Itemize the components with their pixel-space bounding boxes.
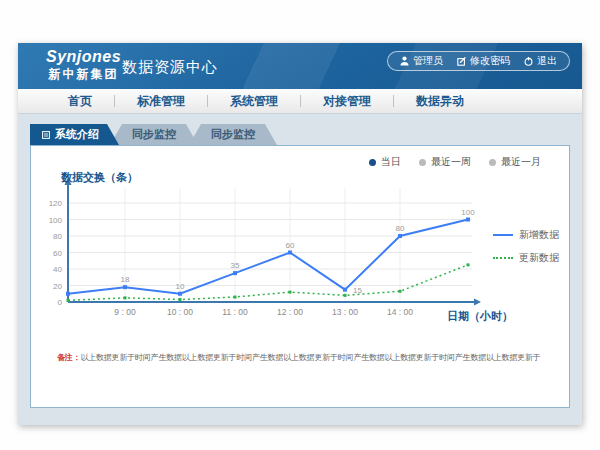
filter-label: 最近一月 bbox=[501, 155, 541, 169]
logo: Synjones 新中新集团 bbox=[46, 48, 121, 83]
user-toolbar: 管理员 修改密码 退出 bbox=[387, 51, 570, 71]
svg-text:15: 15 bbox=[353, 286, 362, 295]
svg-text:12 : 00: 12 : 00 bbox=[277, 307, 303, 317]
user-name: 管理员 bbox=[413, 54, 443, 68]
content-area: 系统介绍 同步监控 同步监控 0204060801001209 : 0010 :… bbox=[18, 114, 582, 425]
svg-text:120: 120 bbox=[49, 199, 63, 208]
power-icon bbox=[524, 57, 533, 66]
green-dotted-swatch-icon bbox=[493, 257, 513, 259]
nav-item-system-mgmt[interactable]: 系统管理 bbox=[208, 93, 300, 110]
tab-sync-monitor-2[interactable]: 同步监控 bbox=[189, 124, 277, 145]
y-axis-title: 数据交换（条） bbox=[61, 170, 138, 185]
logout-label: 退出 bbox=[537, 54, 557, 68]
svg-text:100: 100 bbox=[49, 216, 63, 225]
footnote-label: 备注： bbox=[57, 353, 80, 362]
svg-text:20: 20 bbox=[53, 282, 62, 291]
svg-text:10: 10 bbox=[176, 282, 185, 291]
nav-item-data-change[interactable]: 数据异动 bbox=[394, 93, 486, 110]
document-icon bbox=[42, 131, 50, 139]
svg-text:60: 60 bbox=[53, 249, 62, 258]
svg-text:14 : 00: 14 : 00 bbox=[387, 307, 413, 317]
chart-legend: 新增数据 更新数据 bbox=[493, 228, 559, 265]
svg-text:10 : 00: 10 : 00 bbox=[167, 307, 193, 317]
legend-label: 新增数据 bbox=[519, 228, 559, 242]
svg-text:100: 100 bbox=[461, 208, 475, 217]
radio-icon bbox=[489, 159, 496, 166]
page-title: 数据资源中心 bbox=[122, 58, 218, 77]
svg-text:80: 80 bbox=[396, 224, 405, 233]
svg-text:35: 35 bbox=[231, 261, 240, 270]
app-header: Synjones 新中新集团 数据资源中心 管理员 修改密码 退出 bbox=[18, 43, 582, 89]
legend-item-updated-data: 更新数据 bbox=[493, 251, 559, 265]
filter-label: 最近一周 bbox=[431, 155, 471, 169]
nav-item-interface-mgmt[interactable]: 对接管理 bbox=[301, 93, 393, 110]
user-menu[interactable]: 管理员 bbox=[400, 54, 443, 68]
radio-selected-icon bbox=[369, 159, 376, 166]
nav-item-home[interactable]: 首页 bbox=[46, 93, 114, 110]
svg-text:日期（小时）: 日期（小时） bbox=[447, 310, 513, 323]
legend-label: 更新数据 bbox=[519, 251, 559, 265]
app-window: Synjones 新中新集团 数据资源中心 管理员 修改密码 退出 首页 标准管… bbox=[18, 43, 582, 425]
svg-text:80: 80 bbox=[53, 232, 62, 241]
footnote: 备注：以上数据更新于时间产生数据以上数据更新于时间产生数据以上数据更新于时间产生… bbox=[57, 352, 563, 363]
user-icon bbox=[400, 56, 409, 66]
svg-text:18: 18 bbox=[121, 275, 130, 284]
svg-text:0: 0 bbox=[58, 298, 63, 307]
footnote-text: 以上数据更新于时间产生数据以上数据更新于时间产生数据以上数据更新于时间产生数据以… bbox=[80, 353, 540, 362]
tab-label: 同步监控 bbox=[211, 124, 255, 145]
tab-system-intro[interactable]: 系统介绍 bbox=[30, 124, 119, 145]
change-password-button[interactable]: 修改密码 bbox=[457, 54, 510, 68]
svg-text:13 : 00: 13 : 00 bbox=[332, 307, 358, 317]
tab-label: 同步监控 bbox=[132, 124, 176, 145]
legend-item-new-data: 新增数据 bbox=[493, 228, 559, 242]
logout-button[interactable]: 退出 bbox=[524, 54, 557, 68]
chart-panel: 0204060801001209 : 0010 : 0011 : 0012 : … bbox=[30, 145, 570, 408]
nav-item-standard-mgmt[interactable]: 标准管理 bbox=[115, 93, 207, 110]
filter-today[interactable]: 当日 bbox=[369, 155, 401, 169]
logo-cn: 新中新集团 bbox=[46, 66, 121, 83]
main-nav: 首页 标准管理 系统管理 对接管理 数据异动 bbox=[18, 89, 582, 114]
edit-icon bbox=[457, 57, 466, 66]
svg-text:9 : 00: 9 : 00 bbox=[114, 307, 136, 317]
blue-line-swatch-icon bbox=[493, 234, 513, 236]
svg-text:60: 60 bbox=[286, 241, 295, 250]
svg-text:40: 40 bbox=[53, 265, 62, 274]
tab-label: 系统介绍 bbox=[55, 124, 99, 145]
time-range-filters: 当日 最近一周 最近一月 bbox=[369, 155, 541, 169]
radio-icon bbox=[419, 159, 426, 166]
filter-label: 当日 bbox=[381, 155, 401, 169]
tab-bar: 系统介绍 同步监控 同步监控 bbox=[30, 124, 277, 145]
svg-text:11 : 00: 11 : 00 bbox=[222, 307, 248, 317]
logo-en: Synjones bbox=[46, 48, 121, 66]
line-chart: 0204060801001209 : 0010 : 0011 : 0012 : … bbox=[31, 146, 569, 407]
tab-sync-monitor-1[interactable]: 同步监控 bbox=[110, 124, 198, 145]
filter-last-month[interactable]: 最近一月 bbox=[489, 155, 541, 169]
change-password-label: 修改密码 bbox=[470, 54, 510, 68]
filter-last-week[interactable]: 最近一周 bbox=[419, 155, 471, 169]
